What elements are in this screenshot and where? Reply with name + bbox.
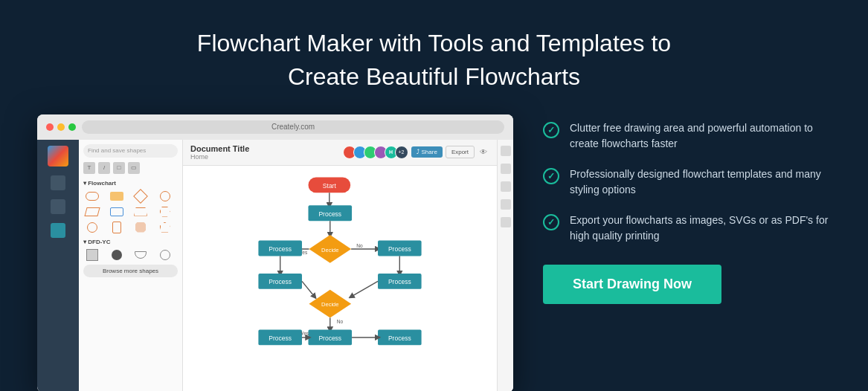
svg-text:Start: Start <box>323 181 337 189</box>
line-tool[interactable]: / <box>98 162 110 174</box>
header-section: Flowchart Maker with Tools and Templates… <box>182 0 686 114</box>
search-shapes-input[interactable]: Find and save shapes <box>83 144 178 158</box>
feature-item-1: Clutter free drawing area and powerful a… <box>543 120 831 152</box>
page-title: Flowchart Maker with Tools and Templates… <box>197 27 671 94</box>
shape-rect[interactable] <box>108 190 126 203</box>
document-info: Document Title Home <box>190 144 249 161</box>
browser-url: Creately.com <box>82 120 504 134</box>
topbar-right: H +2 ⤴ Share Export 👁 <box>346 146 489 159</box>
shape-x[interactable] <box>132 221 150 234</box>
main-content: Creately.com Find and save shapes T / □ <box>0 114 868 391</box>
feature-text-1: Clutter free drawing area and powerful a… <box>570 120 831 152</box>
avatar-6: +2 <box>395 146 408 159</box>
shapes-panel: Find and save shapes T / □ ▭ ▾ Flowchart <box>79 140 183 391</box>
shape-tool[interactable]: ▭ <box>128 162 140 174</box>
svg-line-25 <box>351 281 378 297</box>
shape-diamond[interactable] <box>132 190 150 203</box>
shape-rounded-rect[interactable] <box>83 190 101 203</box>
rp-icon-1[interactable] <box>501 146 511 156</box>
svg-text:Process: Process <box>269 245 292 252</box>
flowchart-diagram: Start Process Decide Yes <box>183 166 497 381</box>
flowchart-section-label: ▾ Flowchart <box>83 180 178 187</box>
sidebar-icon-3[interactable] <box>51 223 65 238</box>
rp-icon-2[interactable] <box>501 164 511 174</box>
dfd-square[interactable] <box>83 248 101 262</box>
browser-mockup: Creately.com Find and save shapes T / □ <box>37 114 513 391</box>
browse-shapes-button[interactable]: Browse more shapes <box>83 265 178 277</box>
rect-tool[interactable]: □ <box>113 162 125 174</box>
sidebar-icon-1[interactable] <box>51 175 65 190</box>
shape-trapezoid[interactable] <box>132 205 150 219</box>
shape-parallelogram[interactable] <box>83 205 101 219</box>
dfd-section-label: ▾ DFD-YC <box>83 239 178 245</box>
canvas-area[interactable]: Document Title Home H +2 <box>183 140 497 391</box>
svg-text:Process: Process <box>388 245 411 252</box>
dfd-circle-outline[interactable] <box>156 248 174 262</box>
avatar-group: H +2 <box>346 146 408 159</box>
export-button[interactable]: Export <box>446 146 475 158</box>
check-icon-2 <box>543 168 559 184</box>
diagram-svg: Start Process Decide Yes <box>189 172 491 375</box>
svg-text:Process: Process <box>388 334 411 341</box>
start-drawing-button[interactable]: Start Drawing Now <box>543 265 721 304</box>
feature-item-3: Export your flowcharts as images, SVGs o… <box>543 213 831 244</box>
dot-green <box>68 123 76 131</box>
shape-hexagon[interactable] <box>156 205 174 219</box>
toolbar-row: T / □ ▭ <box>83 162 178 174</box>
dfd-shapes <box>83 248 178 262</box>
shape-drum[interactable] <box>108 221 126 234</box>
svg-text:Process: Process <box>388 278 411 285</box>
dfd-half-circle[interactable] <box>132 248 150 262</box>
canvas-topbar: Document Title Home H +2 <box>183 140 497 166</box>
doc-subtitle: Home <box>190 153 249 161</box>
text-tool[interactable]: T <box>83 162 95 174</box>
rp-icon-3[interactable] <box>501 181 511 192</box>
features-section: Clutter free drawing area and powerful a… <box>543 114 831 304</box>
dot-yellow <box>57 123 65 131</box>
svg-text:Process: Process <box>318 210 341 217</box>
flowchart-shapes <box>83 190 178 234</box>
share-button[interactable]: ⤴ Share <box>411 146 443 158</box>
browser-bar: Creately.com <box>37 114 513 140</box>
svg-text:No: No <box>337 319 344 324</box>
doc-title: Document Title <box>190 144 249 153</box>
svg-text:Yes: Yes <box>300 331 309 336</box>
rp-icon-4[interactable] <box>501 199 511 210</box>
right-panel <box>497 140 513 391</box>
feature-text-3: Export your flowcharts as images, SVGs o… <box>570 213 831 244</box>
feature-text-2: Professionally designed flowchart templa… <box>570 167 831 198</box>
svg-text:Decide: Decide <box>321 246 339 253</box>
shape-rect-2[interactable] <box>108 205 126 219</box>
browser-body: Find and save shapes T / □ ▭ ▾ Flowchart <box>37 140 513 391</box>
check-icon-3 <box>543 214 559 230</box>
feature-item-2: Professionally designed flowchart templa… <box>543 167 831 198</box>
svg-text:Process: Process <box>269 278 292 285</box>
sidebar-icon-2[interactable] <box>51 199 65 214</box>
browser-dots <box>46 123 76 131</box>
dfd-circle-dark[interactable] <box>108 248 126 262</box>
preview-icon[interactable]: 👁 <box>478 146 489 158</box>
svg-text:Process: Process <box>318 334 341 341</box>
shape-pentagon[interactable] <box>156 221 174 234</box>
app-logo <box>48 146 68 167</box>
app-sidebar <box>37 140 79 391</box>
dot-red <box>46 123 54 131</box>
share-icon: ⤴ <box>417 149 419 155</box>
rp-icon-5[interactable] <box>501 217 511 227</box>
shape-cross[interactable] <box>83 221 101 234</box>
svg-text:No: No <box>356 243 363 248</box>
check-icon-1 <box>543 122 559 138</box>
svg-text:Decide: Decide <box>321 301 339 308</box>
svg-text:Process: Process <box>269 334 292 341</box>
shape-circle[interactable] <box>156 190 174 203</box>
svg-line-22 <box>302 281 315 297</box>
